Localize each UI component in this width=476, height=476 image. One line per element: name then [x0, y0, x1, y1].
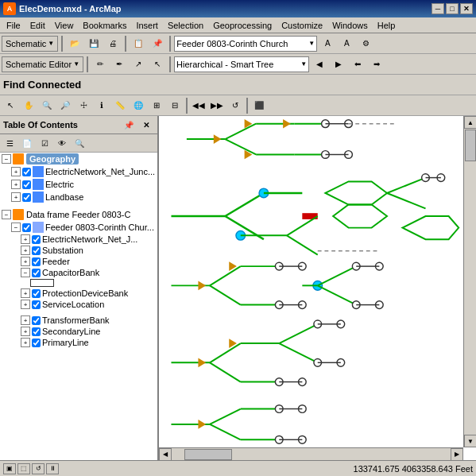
- nav-btn-1[interactable]: ◀: [311, 56, 328, 73]
- toc-vis-btn[interactable]: 👁: [54, 136, 70, 150]
- toc-layer-landbase[interactable]: + Landbase: [0, 191, 157, 203]
- tool-zoom-out[interactable]: 🔎: [56, 97, 74, 114]
- tool-select[interactable]: ↖: [2, 97, 19, 114]
- tool-globe[interactable]: 🌐: [130, 97, 147, 114]
- toc-primary[interactable]: + PrimaryLine: [0, 337, 157, 348]
- toc-capacitor[interactable]: − CapacitorBank: [0, 267, 157, 278]
- smart-tree-dropdown[interactable]: Hierarchical - Smart Tree ▼: [174, 56, 309, 72]
- feeder-dropdown[interactable]: Feeder 0803-Corinth Church ▼: [174, 36, 317, 52]
- tool-zoom-in[interactable]: 🔍: [38, 97, 56, 114]
- nav-btn-2[interactable]: ▶: [330, 56, 347, 73]
- geography-expand-icon[interactable]: −: [2, 154, 11, 164]
- menu-edit[interactable]: Edit: [25, 19, 50, 32]
- minimize-button[interactable]: ─: [431, 3, 444, 14]
- toc-layer-junc[interactable]: + ElectricNetwork_Net_Junc...: [0, 165, 157, 178]
- toc-layer-electric[interactable]: + Electric: [0, 178, 157, 191]
- tool-identify[interactable]: ℹ: [93, 97, 110, 114]
- capacitor-checkbox[interactable]: [32, 269, 41, 277]
- landbase-checkbox[interactable]: [22, 193, 31, 202]
- menu-geoprocessing[interactable]: Geoprocessing: [208, 19, 277, 32]
- service-checkbox[interactable]: [32, 300, 41, 309]
- feeder-main-expand[interactable]: −: [11, 223, 21, 232]
- toc-substation[interactable]: + Substation: [0, 245, 157, 256]
- save-button[interactable]: 💾: [85, 35, 103, 52]
- schematic-menu[interactable]: Schematic ▼: [2, 36, 58, 52]
- maximize-button[interactable]: □: [446, 3, 459, 14]
- tool-pan[interactable]: ☩: [75, 97, 92, 114]
- substation-expand[interactable]: +: [21, 246, 30, 255]
- menu-file[interactable]: File: [2, 19, 25, 32]
- edit-btn-4[interactable]: ↖: [149, 56, 166, 73]
- edit-btn-2[interactable]: ✒: [110, 56, 128, 73]
- junc-expand-icon[interactable]: +: [11, 167, 21, 176]
- secondary-checkbox[interactable]: [32, 327, 41, 336]
- status-btn-3[interactable]: ↺: [32, 463, 45, 474]
- menu-insert[interactable]: Insert: [131, 19, 163, 32]
- service-expand[interactable]: +: [21, 300, 30, 309]
- toc-geography-expand[interactable]: − Geography: [0, 153, 157, 165]
- toc-service[interactable]: + ServiceLocation: [0, 299, 157, 310]
- nav-btn-4[interactable]: ➡: [368, 56, 385, 73]
- status-btn-2[interactable]: ⬚: [17, 463, 30, 474]
- primary-expand[interactable]: +: [21, 338, 30, 347]
- toc-feeder[interactable]: + Feeder: [0, 256, 157, 267]
- toolbar-btn-b[interactable]: A: [338, 35, 355, 52]
- electric-expand-icon[interactable]: +: [11, 180, 21, 189]
- edit-btn-3[interactable]: ↗: [130, 56, 147, 73]
- tool-hand[interactable]: ✋: [20, 97, 37, 114]
- substation-checkbox[interactable]: [32, 246, 41, 255]
- copy-button[interactable]: 📋: [130, 35, 147, 52]
- toc-net-junc[interactable]: + ElectricNetwork_Net_J...: [0, 234, 157, 245]
- menu-view[interactable]: View: [50, 19, 79, 32]
- toc-protection[interactable]: + ProtectionDeviceBank: [0, 288, 157, 299]
- tool-measure[interactable]: 📏: [111, 97, 129, 114]
- protection-checkbox[interactable]: [32, 289, 41, 298]
- landbase-expand-icon[interactable]: +: [11, 192, 21, 202]
- print-button[interactable]: 🖨: [104, 35, 122, 52]
- tool-extent-1[interactable]: ⊞: [148, 97, 165, 114]
- dataframe-expand-icon[interactable]: −: [2, 210, 11, 219]
- menu-help[interactable]: Help: [373, 19, 401, 32]
- electric-checkbox[interactable]: [22, 180, 31, 189]
- tool-refresh[interactable]: ↺: [226, 97, 244, 114]
- capacitor-expand[interactable]: −: [21, 268, 30, 277]
- toolbar-btn-a[interactable]: A: [319, 35, 336, 52]
- edit-btn-1[interactable]: ✏: [91, 56, 109, 73]
- open-button[interactable]: 📂: [66, 35, 83, 52]
- menu-selection[interactable]: Selection: [163, 19, 208, 32]
- menu-bookmarks[interactable]: Bookmarks: [78, 19, 131, 32]
- protection-expand[interactable]: +: [21, 288, 30, 298]
- scroll-thumb-v[interactable]: [465, 130, 476, 161]
- toc-list-btn[interactable]: ☰: [2, 136, 17, 150]
- vertical-scrollbar[interactable]: ▲ ▼: [463, 116, 476, 447]
- tool-forward[interactable]: ▶▶: [208, 97, 226, 114]
- tool-stop[interactable]: ⬛: [250, 97, 268, 114]
- scroll-thumb-h[interactable]: [184, 449, 232, 460]
- tool-extent-2[interactable]: ⊟: [166, 97, 184, 114]
- status-btn-pause[interactable]: ⏸: [46, 463, 59, 474]
- scroll-down-btn[interactable]: ▼: [464, 435, 476, 447]
- toc-pin-btn[interactable]: 📌: [121, 118, 137, 132]
- net-junc-expand[interactable]: +: [21, 234, 30, 244]
- menu-customize[interactable]: Customize: [277, 19, 327, 32]
- transformer-expand[interactable]: +: [21, 315, 30, 325]
- status-btn-1[interactable]: ▣: [3, 463, 16, 474]
- toc-search-btn[interactable]: 🔍: [72, 136, 87, 150]
- scroll-up-btn[interactable]: ▲: [464, 116, 476, 129]
- feeder-expand[interactable]: +: [21, 257, 30, 266]
- toc-transformer[interactable]: + TransformerBank: [0, 315, 157, 326]
- toolbar-btn-c[interactable]: ⚙: [357, 35, 374, 52]
- feeder-main-checkbox[interactable]: [22, 223, 31, 232]
- scroll-right-btn[interactable]: ▶: [451, 448, 463, 461]
- toc-dataframe-expand[interactable]: − Data frame Feeder 0803-C: [0, 208, 157, 221]
- secondary-expand[interactable]: +: [21, 327, 30, 336]
- paste-button[interactable]: 📌: [149, 35, 166, 52]
- feeder-checkbox[interactable]: [32, 257, 41, 266]
- net-junc-checkbox[interactable]: [32, 235, 41, 244]
- transformer-checkbox[interactable]: [32, 316, 41, 325]
- junc-checkbox[interactable]: [22, 168, 31, 176]
- close-button[interactable]: ✕: [460, 3, 473, 14]
- toc-close-btn[interactable]: ✕: [138, 118, 154, 132]
- toc-feeder-main[interactable]: − Feeder 0803-Corinth Chur...: [0, 221, 157, 234]
- scroll-left-btn[interactable]: ◀: [159, 448, 172, 461]
